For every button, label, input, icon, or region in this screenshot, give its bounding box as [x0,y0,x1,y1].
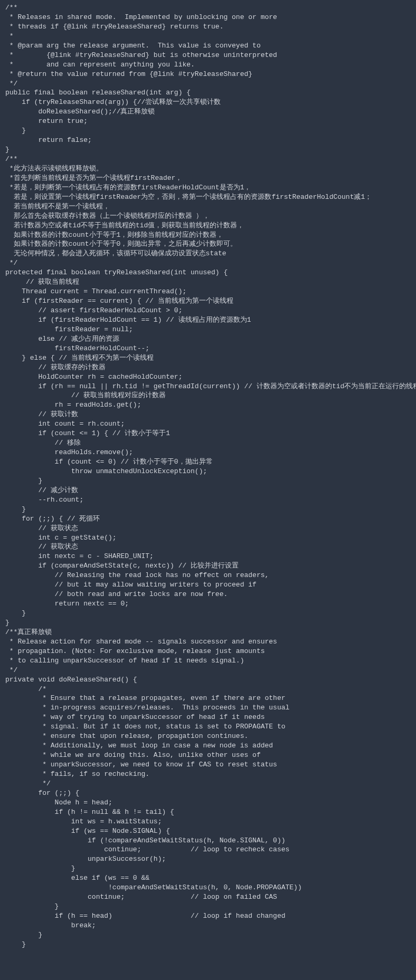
code-block: /** * Releases in shared mode. Implement… [0,0,416,960]
